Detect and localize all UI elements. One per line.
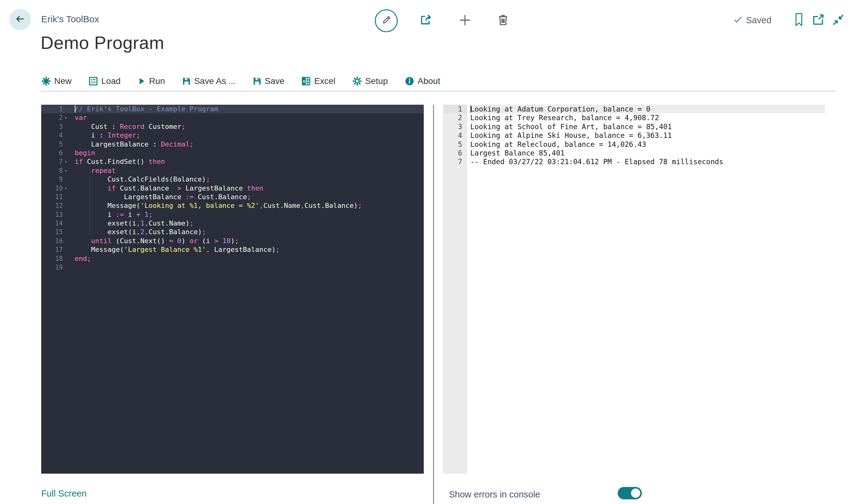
code-token: Cust.Name)	[148, 219, 189, 227]
edit-pencil-button[interactable]	[375, 9, 398, 32]
editor-line[interactable]: 10▾ if Cust.Balance > LargestBalance the…	[41, 184, 424, 193]
code-token: ,	[301, 202, 305, 210]
console-line[interactable]: 7-- Ended 03/27/22 03:21:04.612 PM - Ela…	[443, 157, 825, 166]
editor-line[interactable]: 17 Message('Largest Balance %1', Largest…	[41, 245, 424, 254]
add-button[interactable]	[458, 14, 472, 28]
console-line[interactable]: 4Looking at Alpine Ski House, balance = …	[443, 131, 825, 140]
code-token: 1	[140, 219, 144, 227]
toolbar-button-save[interactable]: Save	[252, 76, 285, 86]
editor-line[interactable]: 1// Erik's ToolBox - Example Program	[41, 105, 424, 113]
editor-line[interactable]: 9 Cust.CalcFields(Balance);	[41, 175, 424, 184]
console-line[interactable]: 1Looking at Adatum Corporation, balance …	[443, 105, 825, 113]
share-button[interactable]	[418, 13, 433, 28]
code-token: ;	[148, 211, 152, 218]
editor-line[interactable]: 14 exset(i,1,Cust.Name);	[41, 219, 424, 228]
action-toolbar: NewLoadRunSave As ...SavexExcelSetupAbou…	[41, 72, 440, 90]
console-line[interactable]: 5Looking at Relecloud, balance = 14,026.…	[443, 140, 825, 149]
console-line[interactable]: 6Largest Balance 85,401	[443, 149, 825, 157]
editor-line-number: 18	[41, 254, 63, 263]
fold-chevron-icon[interactable]: ▾	[63, 113, 75, 122]
editor-line[interactable]: 19	[41, 263, 424, 272]
toolbar-button-run[interactable]: Run	[137, 76, 165, 86]
fold-gutter	[63, 254, 75, 263]
toolbar-button-setup[interactable]: Setup	[352, 76, 388, 86]
fold-chevron-icon[interactable]: ▾	[63, 157, 75, 166]
collapse-arrows-icon	[832, 13, 845, 28]
code-token: if	[75, 158, 83, 165]
editor-line[interactable]: 6begin	[41, 149, 424, 157]
editor-line-code: LargestBalance : Decimal;	[75, 140, 424, 149]
editor-line[interactable]: 11 LargestBalance := Cust.Balance;	[41, 193, 424, 201]
code-token: if	[108, 184, 116, 192]
console-line-text: Looking at Trey Research, balance = 4,90…	[470, 113, 825, 122]
code-token: i	[124, 211, 136, 218]
editor-line[interactable]: 7▾if Cust.FindSet() then	[41, 157, 424, 166]
editor-line[interactable]: 8▾ repeat	[41, 166, 424, 175]
editor-line-code: exset(i,2,Cust.Balance);	[75, 228, 424, 236]
fold-gutter	[63, 237, 75, 245]
editor-line-number: 3	[41, 122, 63, 131]
toolbar-button-label: Load	[101, 76, 121, 86]
console-line-number: 6	[443, 149, 467, 157]
code-token: then	[247, 184, 263, 192]
full-screen-link[interactable]: Full Screen	[41, 488, 87, 499]
console-line[interactable]: 3Looking at School of Fine Art, balance …	[443, 122, 825, 131]
editor-line[interactable]: 4 i : Integer;	[41, 131, 424, 140]
delete-button[interactable]	[496, 13, 510, 28]
editor-line[interactable]: 5 LargestBalance : Decimal;	[41, 140, 424, 149]
indent-guide	[90, 166, 90, 237]
editor-line[interactable]: 2▾var	[41, 113, 424, 122]
editor-line[interactable]: 15 exset(i,2,Cust.Balance);	[41, 228, 424, 236]
app-title: Erik's ToolBox	[41, 14, 99, 24]
toolbar-button-save-as[interactable]: Save As ...	[182, 76, 236, 86]
pane-divider[interactable]	[433, 105, 434, 504]
save-as-floppy-icon	[182, 76, 191, 86]
editor-line-code: i := i + 1;	[75, 210, 424, 219]
back-button[interactable]	[9, 9, 31, 30]
excel-grid-icon: x	[301, 76, 311, 86]
editor-line-number: 4	[41, 131, 63, 140]
code-token: ,	[259, 202, 263, 210]
page-title: Demo Program	[40, 32, 164, 53]
editor-line-number: 14	[41, 219, 63, 228]
show-errors-toggle[interactable]	[618, 487, 642, 499]
code-editor[interactable]: 1// Erik's ToolBox - Example Program2▾va…	[41, 105, 424, 474]
fold-chevron-icon[interactable]: ▾	[63, 166, 75, 175]
toolbar-button-load[interactable]: Load	[88, 76, 121, 86]
editor-line[interactable]: 12 Message('Looking at %1, balance = %2'…	[41, 201, 424, 210]
editor-line[interactable]: 13 i := i + 1;	[41, 210, 424, 219]
editor-line-number: 5	[41, 140, 63, 149]
toolbar-button-excel[interactable]: xExcel	[301, 76, 335, 86]
bookmark-button[interactable]	[794, 13, 804, 28]
console-line-number: 5	[443, 140, 467, 149]
fold-gutter	[63, 193, 75, 201]
editor-line-number: 16	[41, 237, 63, 245]
share-icon	[419, 13, 432, 28]
open-in-new-window-button[interactable]	[811, 14, 825, 27]
code-token: Cust.CalcFields(Balance)	[75, 175, 206, 183]
code-token: ;	[247, 193, 251, 201]
toolbar-button-new[interactable]: New	[41, 76, 72, 86]
console-line-text: Looking at Adatum Corporation, balance =…	[470, 105, 825, 113]
code-token: Cust.Balance)	[148, 228, 202, 236]
collapse-button[interactable]	[831, 14, 845, 27]
code-token: then	[148, 158, 165, 165]
console-line-number: 2	[443, 113, 467, 122]
page: Erik's ToolBox Saved	[0, 0, 850, 504]
code-token: end;	[75, 255, 91, 263]
open-in-new-window-icon	[811, 13, 825, 28]
code-token: Customer	[144, 123, 181, 130]
editor-line-number: 19	[41, 263, 63, 272]
output-console[interactable]: 1Looking at Adatum Corporation, balance …	[443, 105, 825, 474]
code-token: exset(i	[75, 228, 136, 236]
code-token	[140, 211, 144, 218]
console-line[interactable]: 2Looking at Trey Research, balance = 4,9…	[443, 113, 825, 122]
code-token: ;	[202, 228, 206, 236]
editor-line[interactable]: 16 until (Cust.Next() = 0) or (i > 10);	[41, 237, 424, 245]
editor-line[interactable]: 3 Cust : Record Customer;	[41, 122, 424, 131]
editor-line[interactable]: 18end;	[41, 254, 424, 263]
code-token: Message(	[75, 202, 140, 210]
code-token: ;	[235, 237, 239, 245]
fold-chevron-icon[interactable]: ▾	[63, 184, 75, 193]
toolbar-button-about[interactable]: About	[404, 76, 440, 86]
